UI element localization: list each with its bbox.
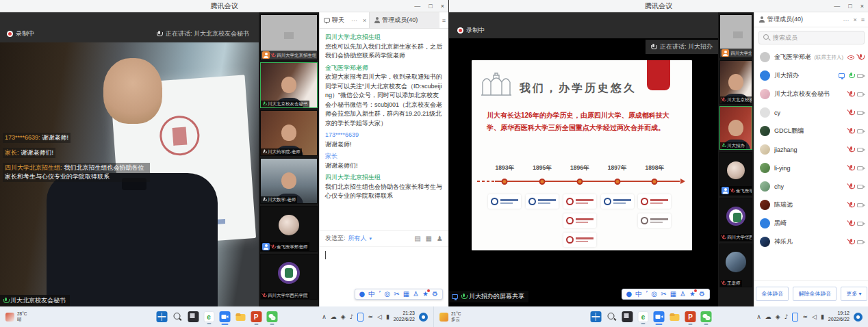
- onedrive-icon[interactable]: ☁: [331, 314, 337, 320]
- member-row[interactable]: 陈瑞远: [754, 196, 868, 214]
- file-explorer-icon[interactable]: [235, 311, 246, 322]
- close-button[interactable]: ×: [441, 3, 444, 10]
- powerpoint-app-icon[interactable]: P: [251, 311, 261, 322]
- camera-icon[interactable]: [857, 129, 863, 133]
- titlebar-right[interactable]: 腾讯会议 — □ ×: [449, 0, 868, 12]
- maximize-button[interactable]: □: [848, 3, 852, 10]
- ime-mic-icon[interactable]: ●: [359, 291, 366, 298]
- members-list[interactable]: 金飞医学郑老师 (联席主持人) 川大招办 川大北京校友会秘书: [754, 48, 868, 280]
- ime-chinese-mode-icon[interactable]: 中: [368, 291, 375, 298]
- member-row[interactable]: chy: [754, 177, 868, 196]
- weather-widget[interactable]: 21°C 多云: [434, 311, 516, 322]
- wifi-icon[interactable]: ≈: [802, 314, 808, 320]
- browser-app-icon[interactable]: e: [203, 311, 214, 322]
- mention-person-icon[interactable]: ♟: [437, 235, 443, 242]
- browser-app-icon[interactable]: e: [638, 311, 649, 322]
- mic-off-icon[interactable]: [848, 239, 854, 246]
- ime-settings-icon[interactable]: ⚙: [432, 291, 438, 298]
- camera-icon[interactable]: [857, 222, 863, 226]
- video-thumbnail[interactable]: 川大北京校友会秘书: [260, 62, 318, 108]
- tab-more-button[interactable]: ···: [348, 12, 360, 28]
- ime-emoji-icon[interactable]: ◎: [385, 291, 391, 298]
- tray-chevron-icon[interactable]: ∧: [322, 314, 327, 320]
- chat-message-list[interactable]: 四川大学北京招生组 您也可以先加入我们北京新生家长群，之后我们会协助您联系药学院…: [320, 29, 448, 230]
- start-button[interactable]: [156, 311, 167, 322]
- volume-icon[interactable]: ◁: [377, 314, 382, 320]
- weather-widget[interactable]: 28°C 晴: [0, 311, 82, 322]
- camera-icon[interactable]: [857, 74, 863, 78]
- video-thumbnail[interactable]: 四川大学华西药学院: [719, 198, 752, 241]
- ime-keyboard-icon[interactable]: ▦: [403, 291, 409, 298]
- meeting-app-icon[interactable]: [219, 311, 230, 322]
- start-button[interactable]: [591, 311, 602, 322]
- mic-off-icon[interactable]: [848, 109, 854, 116]
- video-thumbnail[interactable]: 王老师: [719, 244, 752, 287]
- ime-person-icon[interactable]: ♙: [413, 291, 419, 298]
- battery-icon[interactable]: ▮: [386, 314, 390, 320]
- ime-person-icon[interactable]: ♙: [680, 291, 686, 298]
- battery-icon[interactable]: ▮: [821, 314, 824, 320]
- ime-skin-icon[interactable]: ★: [689, 291, 695, 298]
- minimize-button[interactable]: —: [414, 3, 420, 10]
- member-row[interactable]: jiazhang: [754, 140, 868, 159]
- search-button[interactable]: [607, 311, 617, 322]
- mic-off-icon[interactable]: [848, 128, 854, 135]
- tray-chevron-icon[interactable]: ∧: [756, 314, 761, 320]
- ime-keyboard-icon[interactable]: ▦: [670, 291, 676, 298]
- tab-chat[interactable]: 聊天: [320, 12, 348, 28]
- video-thumbnail[interactable]: 川大数学-老师: [260, 158, 318, 204]
- ime-scissors-icon[interactable]: ✂: [661, 291, 666, 298]
- member-row[interactable]: 黑崎: [754, 214, 868, 233]
- member-row[interactable]: GDCL鹏编: [754, 122, 868, 140]
- video-thumbnail[interactable]: 川大北京校友会秘书: [719, 60, 752, 104]
- maximize-button[interactable]: □: [429, 3, 432, 10]
- widgets-app-icon[interactable]: [622, 311, 633, 322]
- file-explorer-icon[interactable]: [669, 311, 680, 322]
- spotlight-icon[interactable]: [847, 55, 854, 60]
- ime-scissors-icon[interactable]: ✂: [394, 291, 399, 298]
- chevron-down-icon[interactable]: ▾: [370, 236, 372, 241]
- onedrive-icon[interactable]: ☁: [765, 314, 771, 320]
- mic-on-icon[interactable]: [848, 73, 854, 79]
- video-thumbnail[interactable]: 四川大学北京招生组: [719, 14, 752, 58]
- powerpoint-app-icon[interactable]: P: [685, 311, 696, 322]
- titlebar-left[interactable]: 腾讯会议 — □ ×: [0, 0, 448, 12]
- ime-toolbar[interactable]: ● 中 ’ ◎ ✂ ▦ ♙ ★ ⚙: [622, 289, 710, 300]
- main-video-area[interactable]: 录制中 正在讲话: 川大北京校友会秘书: [0, 12, 259, 306]
- mic-off-icon[interactable]: [848, 165, 854, 172]
- tab-close-button[interactable]: ×: [360, 12, 369, 28]
- ime-punctuation-icon[interactable]: ’: [646, 291, 648, 298]
- camera-icon[interactable]: [857, 240, 863, 244]
- widgets-app-icon[interactable]: [188, 311, 199, 322]
- panel-more-button[interactable]: ···: [843, 16, 849, 23]
- camera-icon[interactable]: [857, 166, 863, 170]
- search-button[interactable]: [172, 311, 183, 322]
- ime-mic-icon[interactable]: ●: [626, 291, 633, 298]
- screen-share-area[interactable]: 录制中 正在讲话: 川大招办: [449, 12, 718, 306]
- camera-icon[interactable]: [857, 92, 863, 96]
- tab-members[interactable]: 管理成员(40): [369, 12, 439, 28]
- volume-icon[interactable]: ◁: [812, 314, 817, 320]
- video-thumbnail[interactable]: 川大药学院-老师: [260, 110, 318, 156]
- member-row[interactable]: 神乐凡: [754, 233, 868, 251]
- send-to-select[interactable]: 所有人: [348, 234, 367, 243]
- camera-icon[interactable]: [857, 111, 863, 115]
- video-thumbnail[interactable]: 金飞医学郑老师: [260, 206, 318, 252]
- notification-badge[interactable]: [854, 313, 863, 322]
- gallery-icon[interactable]: ▦: [426, 235, 432, 242]
- ime-chinese-mode-icon[interactable]: 中: [635, 291, 642, 298]
- panel-close-button[interactable]: ×: [853, 16, 856, 23]
- wechat-app-icon[interactable]: [701, 311, 712, 322]
- mic-off-icon[interactable]: [848, 220, 854, 227]
- ime-toolbar[interactable]: ● 中 ’ ◎ ✂ ▦ ♙ ★ ⚙: [355, 289, 443, 300]
- member-search-input[interactable]: 搜索成员: [758, 31, 865, 44]
- mic-off-icon[interactable]: [858, 54, 863, 61]
- video-thumbnail[interactable]: 四川大学北京招生组: [260, 14, 318, 60]
- clock[interactable]: 21:23 2022/6/22: [394, 311, 415, 323]
- mic-off-icon[interactable]: [848, 202, 854, 209]
- camera-icon[interactable]: [857, 203, 863, 207]
- security-icon[interactable]: ◈: [776, 314, 780, 320]
- minimize-button[interactable]: —: [834, 3, 840, 10]
- mic-tray-icon[interactable]: ♪: [350, 314, 354, 320]
- member-row[interactable]: cy: [754, 103, 868, 122]
